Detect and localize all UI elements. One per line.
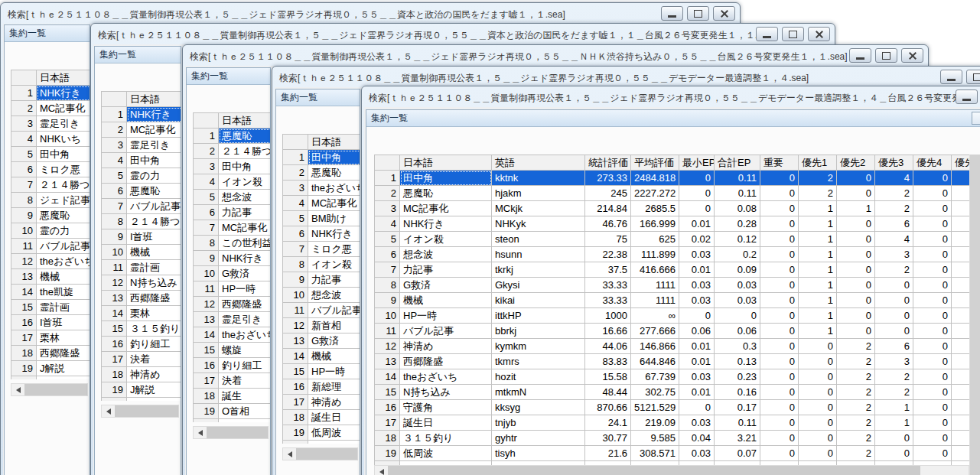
minimize-button[interactable] (956, 89, 978, 104)
cell[interactable]: 0.03 (679, 247, 715, 262)
cell[interactable]: 2 (837, 339, 875, 354)
minimize-button[interactable] (661, 6, 683, 21)
cell[interactable]: 0 (875, 431, 913, 446)
cell-japanese[interactable]: イオン殺 (308, 257, 361, 272)
cell-japanese[interactable]: theおざいち (308, 181, 361, 196)
column-header[interactable]: 合計EP (715, 155, 760, 171)
cell[interactable]: 0.03 (715, 293, 760, 308)
column-header[interactable]: 日本語 (400, 155, 492, 171)
cell[interactable]: 0 (875, 324, 913, 339)
horizontal-scrollbar[interactable] (11, 383, 88, 396)
cell[interactable] (952, 201, 970, 216)
cell[interactable]: 0 (913, 171, 952, 186)
cell[interactable]: 1111 (631, 278, 679, 293)
cell[interactable]: 守護角 (400, 400, 492, 415)
cell[interactable]: 0.01 (679, 262, 715, 278)
cell[interactable]: 219.09 (631, 415, 679, 431)
row-number[interactable]: 19 (11, 361, 37, 376)
row-number[interactable]: 7 (194, 220, 219, 236)
cell-japanese[interactable]: 機械 (127, 245, 182, 260)
cell[interactable]: 1 (799, 216, 837, 232)
cell[interactable]: 0 (679, 186, 715, 201)
cell-japanese[interactable]: 低周波 (308, 425, 361, 441)
cell[interactable]: 0.11 (715, 171, 760, 186)
cell[interactable]: イオン殺 (400, 232, 492, 247)
cell[interactable]: 33.33 (585, 293, 631, 308)
cell[interactable]: 16.66 (585, 324, 631, 339)
cell[interactable]: 48.44 (585, 385, 631, 400)
cell[interactable]: 2 (837, 415, 875, 431)
cell-japanese[interactable]: 霊計画 (127, 260, 182, 275)
cell[interactable]: 0 (679, 400, 715, 415)
cell[interactable]: 30.77 (585, 431, 631, 446)
cell[interactable]: bbrkj (492, 324, 585, 339)
cell[interactable]: 0 (760, 415, 799, 431)
scroll-left-button[interactable] (11, 384, 24, 395)
row-number[interactable]: 2 (375, 186, 400, 201)
cell[interactable]: tisyh (492, 446, 585, 461)
cell-japanese[interactable]: 西郷隆盛 (219, 297, 272, 312)
cell[interactable] (952, 262, 970, 278)
cell[interactable]: 9.585 (631, 431, 679, 446)
scrollbar-thumb[interactable] (970, 155, 980, 475)
cell[interactable]: 2 (875, 201, 913, 216)
column-header[interactable]: 優先4 (913, 155, 952, 171)
cell[interactable]: hsunn (492, 247, 585, 262)
cell[interactable]: 0.03 (679, 446, 715, 461)
scrollbar-thumb[interactable] (24, 384, 87, 395)
cell-japanese[interactable]: the凱旋 (37, 285, 91, 300)
cell[interactable]: 1 (875, 415, 913, 431)
row-number[interactable]: 8 (102, 214, 127, 229)
cell[interactable]: 0 (799, 369, 837, 385)
row-number[interactable]: 5 (375, 232, 400, 247)
cell[interactable]: 0 (913, 446, 952, 461)
row-number[interactable]: 15 (194, 343, 219, 358)
cell[interactable] (952, 354, 970, 369)
cell[interactable]: 2 (799, 186, 837, 201)
row-number[interactable]: 18 (375, 431, 400, 446)
cell[interactable]: 田中角 (400, 171, 492, 186)
horizontal-scrollbar[interactable] (101, 405, 179, 418)
cell[interactable]: 24.1 (585, 415, 631, 431)
row-number[interactable]: 15 (11, 300, 37, 315)
row-number[interactable]: 3 (194, 159, 219, 174)
cell[interactable]: 0 (760, 216, 799, 232)
cell[interactable]: 0 (875, 293, 913, 308)
cell-japanese[interactable]: 神清め (127, 367, 182, 382)
cell[interactable]: 4 (875, 232, 913, 247)
maximize-button[interactable] (687, 6, 709, 21)
row-number[interactable]: 14 (102, 306, 127, 321)
row-number[interactable]: 2 (283, 165, 308, 181)
cell[interactable]: 2 (875, 385, 913, 400)
cell[interactable]: 0.04 (679, 431, 715, 446)
cell-japanese[interactable]: ミロク悪 (37, 162, 91, 177)
cell-japanese[interactable]: 田中角 (219, 159, 272, 174)
cell-japanese[interactable]: 想念波 (308, 288, 361, 303)
cell-japanese[interactable]: イオン殺 (219, 174, 272, 190)
row-number[interactable]: 3 (11, 116, 37, 132)
column-header[interactable]: 優先1 (799, 155, 837, 171)
cell[interactable]: 21.6 (585, 446, 631, 461)
cell-japanese[interactable]: 新総理 (308, 379, 361, 395)
horizontal-scrollbar[interactable] (282, 447, 358, 460)
cell[interactable]: 0 (913, 308, 952, 324)
column-header[interactable]: 優先3 (875, 155, 913, 171)
row-number[interactable]: 16 (283, 379, 308, 395)
row-number[interactable]: 11 (375, 324, 400, 339)
cell[interactable]: 西郷隆盛 (400, 354, 492, 369)
cell[interactable]: 0.02 (679, 232, 715, 247)
cell[interactable] (952, 431, 970, 446)
row-number[interactable]: 12 (375, 339, 400, 354)
cell-japanese[interactable]: J解説 (127, 382, 182, 398)
row-number[interactable]: 18 (102, 367, 127, 382)
scrollbar-thumb[interactable] (207, 427, 268, 438)
cell[interactable]: 3 (875, 354, 913, 369)
cell[interactable]: gyhtr (492, 431, 585, 446)
cell[interactable]: 神清め (400, 339, 492, 354)
cell[interactable]: 機械 (400, 293, 492, 308)
cell[interactable]: N持ち込み (400, 385, 492, 400)
cell[interactable]: 0.17 (715, 400, 760, 415)
row-number[interactable]: 4 (194, 174, 219, 190)
cell[interactable]: 0 (799, 385, 837, 400)
cell-japanese[interactable]: バブル記事 (308, 303, 361, 318)
